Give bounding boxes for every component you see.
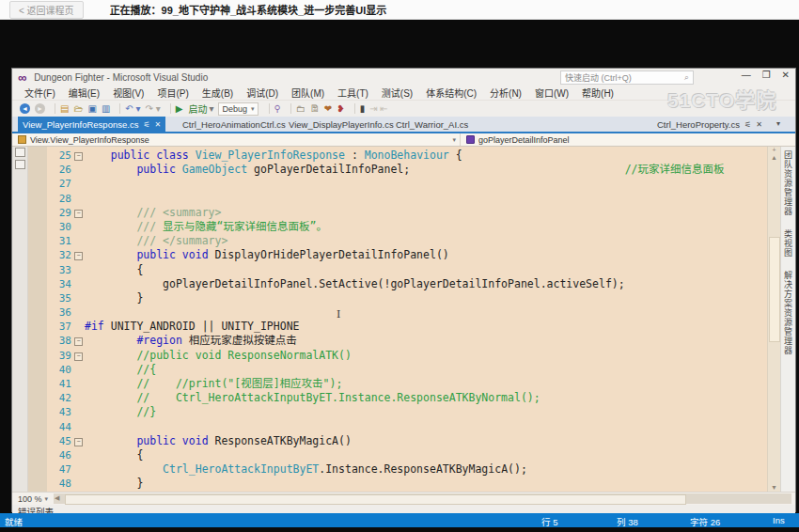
comment-icon[interactable]: ❤ (324, 103, 332, 115)
breakpoint-icon[interactable]: ▮ (360, 103, 366, 115)
scroll-left-icon[interactable]: ◀ (55, 494, 59, 502)
menu-item-7[interactable]: 工具(T) (331, 86, 375, 100)
vertical-scroll-thumb[interactable] (769, 237, 780, 342)
fold-margin (71, 391, 85, 405)
solution-configuration-dropdown[interactable]: Debug ▾ (218, 102, 258, 116)
dock-tab-2[interactable]: 解决方案资源管理器 (782, 271, 794, 355)
collapse-icon[interactable]: − (74, 210, 83, 218)
pin-icon[interactable]: ⚟ (744, 120, 751, 129)
code-line-39[interactable]: 39− //public void ResponseNormalATK() (47, 349, 767, 363)
code-line-33[interactable]: 33 { (47, 263, 767, 277)
code-line-35[interactable]: 35 } (47, 291, 767, 305)
horizontal-scrollbar[interactable]: ◀ (54, 493, 791, 504)
dock-tab-0[interactable]: 团队资源管理器 (782, 150, 794, 216)
zoom-level-dropdown[interactable]: 100 % (18, 494, 42, 504)
menu-item-3[interactable]: 项目(P) (150, 86, 195, 100)
dock-tab-1[interactable]: 类视图 (782, 229, 794, 258)
code-line-38[interactable]: 38− #region 相应玩家虚拟按键点击 (47, 334, 767, 348)
menu-item-1[interactable]: 编辑(E) (62, 86, 106, 100)
menu-item-12[interactable]: 帮助(H) (575, 86, 620, 100)
toolbox-icon[interactable] (15, 148, 25, 157)
code-line-36[interactable]: 36 (47, 305, 767, 320)
document-tab-View_PlayerInfoResponse.cs[interactable]: View_PlayerInfoResponse.cs⚟✕ (18, 117, 165, 132)
menu-item-5[interactable]: 调试(D) (240, 86, 285, 100)
find-symbol-icon[interactable]: 🖺 (310, 103, 320, 115)
document-tab-Ctrl_HeroAnimationCtrl.cs[interactable]: Ctrl_HeroAnimationCtrl.cs (178, 117, 290, 132)
status-ready: 就绪 (5, 515, 23, 528)
menu-item-0[interactable]: 文件(F) (18, 86, 62, 100)
find-in-files-icon[interactable]: 🗀 (296, 103, 306, 115)
close-icon[interactable]: ✕ (155, 120, 162, 129)
code-line-48[interactable]: 48 } (47, 477, 767, 491)
document-tab-Ctrl_Warrior_AI.cs[interactable]: Ctrl_Warrior_AI.cs (391, 117, 473, 132)
collapse-icon[interactable]: − (74, 337, 83, 346)
code-line-45[interactable]: 45− public void ResponseATKByMagicA() (47, 434, 767, 448)
server-explorer-icon[interactable] (15, 160, 25, 169)
collapse-icon[interactable]: − (74, 352, 83, 361)
code-line-46[interactable]: 46 { (47, 448, 767, 462)
code-line-28[interactable]: 28 (47, 192, 767, 206)
close-button[interactable]: ✕ (782, 70, 790, 80)
open-file-icon[interactable]: 🗁 (73, 103, 83, 115)
navigate-forward-icon[interactable]: ► (35, 103, 45, 114)
collapse-icon[interactable]: − (74, 252, 83, 260)
code-line-32[interactable]: 32− public void DisplayOrHidePlayerDetai… (47, 248, 767, 262)
indent-icon[interactable]: ⇥ ⇤ (369, 103, 388, 115)
back-to-course-button[interactable]: < 返回课程页 (9, 1, 84, 19)
scroll-down-icon[interactable]: ▼ (768, 484, 780, 491)
splitter-grip-icon[interactable]: + (768, 147, 780, 153)
menu-item-9[interactable]: 体系结构(C) (419, 86, 483, 100)
code-line-31[interactable]: 31 /// </summary> (47, 234, 767, 248)
code-line-43[interactable]: 43 //} (47, 405, 767, 419)
collapse-icon[interactable]: − (74, 152, 83, 161)
document-tab-View_DisplayPlayerInfo.cs[interactable]: View_DisplayPlayerInfo.cs (284, 117, 399, 132)
scroll-up-icon[interactable]: ▲ (768, 154, 780, 161)
pin-icon[interactable]: ⚟ (143, 120, 149, 129)
save-icon[interactable]: ▣ (87, 103, 96, 115)
uncomment-icon[interactable]: ❥ (337, 103, 344, 115)
menu-item-4[interactable]: 生成(B) (196, 86, 240, 100)
code-lines[interactable]: I 25− public class View_PlayerInfoRespon… (47, 147, 767, 492)
new-file-icon[interactable]: ▤ (60, 103, 69, 115)
code-line-25[interactable]: 25− public class View_PlayerInfoResponse… (47, 149, 767, 163)
horizontal-scroll-thumb[interactable] (65, 494, 686, 505)
collapse-icon[interactable]: − (74, 438, 83, 446)
class-icon (18, 135, 26, 144)
code-line-44[interactable]: 44 (47, 420, 767, 434)
code-editor[interactable]: I 25− public class View_PlayerInfoRespon… (12, 147, 795, 492)
code-line-40[interactable]: 40 //{ (47, 363, 767, 377)
menu-item-11[interactable]: 窗口(W) (528, 86, 575, 100)
vertical-scrollbar[interactable]: + ▲ ▼ (767, 147, 780, 492)
breakpoint-margin[interactable] (28, 147, 47, 492)
code-line-34[interactable]: 34 goPlayerDetailInfoPanel.SetActive(!go… (47, 277, 767, 291)
code-line-26[interactable]: 26 public GameObject goPlayerDetailInfoP… (47, 163, 767, 177)
minimize-button[interactable]: — (742, 70, 751, 80)
member-dropdown[interactable]: goPlayerDetailInfoPanel (461, 133, 795, 146)
code-line-41[interactable]: 41 // //print("[视图层]相应攻击"); (47, 377, 767, 391)
menu-item-8[interactable]: 测试(S) (375, 86, 419, 100)
save-all-icon[interactable]: ▥ (102, 103, 110, 115)
tab-overflow-button[interactable]: ▾ (776, 119, 780, 128)
code-line-47[interactable]: 47 Ctrl_HeroAttackInputByET.Instance.Res… (47, 462, 767, 477)
close-icon[interactable]: ✕ (756, 120, 762, 129)
code-text (85, 177, 767, 191)
code-line-37[interactable]: 37#if UNITY_ANDROID || UNITY_IPHONE (47, 320, 767, 334)
start-button-label[interactable]: 启动 (188, 102, 207, 116)
navigate-back-icon[interactable]: ◄ (20, 103, 30, 114)
line-number: 47 (47, 462, 71, 477)
code-line-42[interactable]: 42 // Ctrl_HeroAttackInputByET.Instance.… (47, 391, 767, 405)
start-debug-icon[interactable]: ▶ (176, 103, 183, 115)
quick-launch-input[interactable]: 快速启动 (Ctrl+Q) ⌕ (560, 70, 694, 85)
menu-item-2[interactable]: 视图(V) (106, 86, 150, 100)
undo-icon[interactable]: ↶ ▾ (125, 103, 140, 115)
maximize-button[interactable]: ❐ (762, 70, 771, 80)
attach-process-icon[interactable]: ⚲ (274, 103, 281, 115)
code-line-30[interactable]: 30 /// 显示与隐藏“玩家详细信息面板”。 (47, 220, 767, 234)
menu-item-10[interactable]: 分析(N) (483, 86, 528, 100)
menu-item-6[interactable]: 团队(M) (285, 86, 331, 100)
code-line-27[interactable]: 27 (47, 177, 767, 191)
redo-icon[interactable]: ↷ ▾ (146, 103, 161, 115)
code-line-29[interactable]: 29− /// <summary> (47, 206, 767, 220)
type-dropdown[interactable]: View.View_PlayerInfoResponse ▾ (12, 133, 461, 146)
document-tab-Ctrl_HeroProperty.cs[interactable]: Ctrl_HeroProperty.cs⚟✕ (652, 117, 767, 132)
